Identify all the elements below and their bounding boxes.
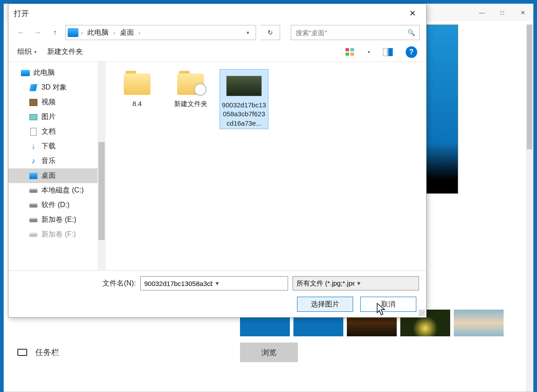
tree-pictures-label: 图片 xyxy=(41,112,56,122)
nav-up-button[interactable]: ↑ xyxy=(49,26,61,39)
dialog-close-button[interactable]: ✕ xyxy=(402,6,423,20)
view-preview-button[interactable] xyxy=(381,46,395,58)
disk-c-icon xyxy=(29,188,37,193)
search-icon: 🔍 xyxy=(407,29,415,36)
tree-3d-objects[interactable]: 3D 对象 xyxy=(8,80,98,95)
breadcrumb-desktop[interactable]: 桌面 xyxy=(118,28,136,37)
new-folder-button[interactable]: 新建文件夹 xyxy=(47,47,83,57)
tree-desktop[interactable]: 桌面 xyxy=(8,168,98,183)
tree-downloads-label: 下载 xyxy=(41,142,56,151)
tree-new-e-label: 新加卷 (E:) xyxy=(41,215,76,225)
disk-e-icon xyxy=(29,218,37,222)
bg-scrollbar[interactable] xyxy=(526,24,533,392)
refresh-button[interactable]: ↻ xyxy=(260,25,280,40)
tree-this-pc[interactable]: 此电脑 xyxy=(8,65,98,80)
view-caret-icon[interactable]: ▾ xyxy=(368,49,370,54)
tree-new-f-label: 新加卷 (F:) xyxy=(41,230,76,239)
disk-d-icon xyxy=(29,203,37,208)
select-image-button[interactable]: 选择图片 xyxy=(297,297,353,312)
cancel-button[interactable]: 取消 xyxy=(360,297,416,312)
folder-tree: 此电脑 3D 对象 视频 图片 文档 ↓ 下载 xyxy=(8,62,98,270)
dialog-buttons: 选择图片 取消 xyxy=(16,297,419,312)
breadcrumb-dropdown[interactable]: ▾ xyxy=(242,30,254,36)
bg-sidebar-taskbar-label: 任务栏 xyxy=(35,347,59,358)
objects-3d-icon xyxy=(29,84,37,91)
tree-local-c[interactable]: 本地磁盘 (C:) xyxy=(8,183,98,198)
dialog-toolbar: 组织 ▾ 新建文件夹 ▾ ? xyxy=(8,42,426,62)
nav-forward-button[interactable]: → xyxy=(32,26,44,39)
svg-rect-2 xyxy=(346,53,349,56)
filename-value: 90032d17bc13058a3cb7f623cd1 xyxy=(144,280,213,287)
tree-desktop-label: 桌面 xyxy=(41,171,56,180)
svg-rect-5 xyxy=(388,48,393,56)
tree-3d-label: 3D 对象 xyxy=(41,83,67,92)
file-label: 8.4 xyxy=(113,98,162,109)
breadcrumb[interactable]: › 此电脑 › 桌面 › ▾ xyxy=(65,25,256,40)
music-icon: ♪ xyxy=(29,157,38,165)
tree-video-label: 视频 xyxy=(41,98,56,107)
tree-local-c-label: 本地磁盘 (C:) xyxy=(41,186,84,195)
tree-downloads[interactable]: ↓ 下载 xyxy=(8,139,98,154)
svg-rect-4 xyxy=(383,48,387,56)
file-item-image[interactable]: 90032d17bc13058a3cb7f623cd16a73e... xyxy=(220,69,268,129)
bg-browse-button[interactable]: 浏览 xyxy=(240,343,298,362)
tree-soft-d-label: 软件 (D:) xyxy=(41,200,69,210)
bg-close-button[interactable]: ✕ xyxy=(513,6,533,19)
filetype-dropdown-icon[interactable]: ▾ xyxy=(354,279,415,287)
breadcrumb-pc-icon xyxy=(68,28,78,37)
svg-rect-0 xyxy=(346,48,349,51)
tree-scrollbar[interactable] xyxy=(98,62,106,270)
tree-pictures[interactable]: 图片 xyxy=(8,110,98,124)
tree-new-e[interactable]: 新加卷 (E:) xyxy=(8,212,98,227)
svg-rect-1 xyxy=(350,48,354,51)
search-box[interactable]: 🔍 xyxy=(291,25,420,40)
organize-button[interactable]: 组织 ▾ xyxy=(17,47,37,57)
tree-soft-d[interactable]: 软件 (D:) xyxy=(8,198,98,212)
file-item-folder-1[interactable]: 8.4 xyxy=(113,69,162,109)
file-list[interactable]: 8.4 新建文件夹 90032d17bc13058a3cb7f623cd16a7… xyxy=(106,62,426,270)
tree-documents[interactable]: 文档 xyxy=(8,124,98,139)
pictures-icon xyxy=(29,114,37,120)
svg-rect-3 xyxy=(350,53,354,56)
view-icons-button[interactable] xyxy=(343,46,357,58)
file-item-folder-2[interactable]: 新建文件夹 xyxy=(166,69,215,109)
tree-scrollbar-thumb[interactable] xyxy=(98,142,105,240)
filename-input[interactable]: 90032d17bc13058a3cb7f623cd1 ▾ xyxy=(140,276,288,290)
bg-scrollbar-thumb[interactable] xyxy=(527,24,532,149)
video-icon xyxy=(29,99,37,106)
file-label: 90032d17bc13058a3cb7f623cd16a73e... xyxy=(220,100,268,129)
help-button[interactable]: ? xyxy=(406,46,417,58)
file-label: 新建文件夹 xyxy=(166,98,215,109)
documents-icon xyxy=(30,128,37,136)
bg-thumb-5[interactable] xyxy=(454,310,504,336)
tree-documents-label: 文档 xyxy=(41,127,56,136)
bg-sidebar-taskbar[interactable]: 任务栏 xyxy=(4,342,227,363)
tree-music[interactable]: ♪ 音乐 xyxy=(8,154,98,168)
filetype-select[interactable]: 所有文件 (*.jpg;*.jpeg;*.bmp;*. ▾ xyxy=(293,276,419,290)
filetype-value: 所有文件 (*.jpg;*.jpeg;*.bmp;*. xyxy=(297,279,354,288)
bg-maximize-button[interactable]: □ xyxy=(492,6,513,19)
taskbar-icon xyxy=(17,349,27,356)
search-input[interactable] xyxy=(296,29,407,37)
dialog-body: 此电脑 3D 对象 视频 图片 文档 ↓ 下载 xyxy=(8,62,426,270)
file-open-dialog: 打开 ✕ ← → ↑ › 此电脑 › 桌面 › ▾ ↻ 🔍 组织 ▾ 新建文件夹 xyxy=(8,4,427,318)
filename-row: 文件名(N): 90032d17bc13058a3cb7f623cd1 ▾ 所有… xyxy=(16,276,419,290)
tree-music-label: 音乐 xyxy=(41,156,56,166)
filename-label: 文件名(N): xyxy=(16,279,136,288)
dialog-bottom: 文件名(N): 90032d17bc13058a3cb7f623cd1 ▾ 所有… xyxy=(8,270,426,317)
pc-icon xyxy=(21,70,30,76)
dialog-titlebar: 打开 ✕ xyxy=(8,4,426,23)
folder-disc-icon xyxy=(177,74,204,95)
folder-icon xyxy=(124,74,151,95)
filename-dropdown-icon[interactable]: ▾ xyxy=(213,279,284,287)
nav-back-button[interactable]: ← xyxy=(15,26,27,39)
breadcrumb-sep-2: › xyxy=(111,29,117,36)
tree-new-f[interactable]: 新加卷 (F:) xyxy=(8,227,98,242)
breadcrumb-this-pc[interactable]: 此电脑 xyxy=(85,28,110,37)
breadcrumb-sep-3: › xyxy=(137,29,142,36)
bg-minimize-button[interactable]: — xyxy=(472,6,492,19)
organize-caret-icon: ▾ xyxy=(34,49,37,54)
organize-label: 组织 xyxy=(17,47,32,57)
tree-video[interactable]: 视频 xyxy=(8,95,98,110)
resize-grip[interactable] xyxy=(419,310,425,316)
